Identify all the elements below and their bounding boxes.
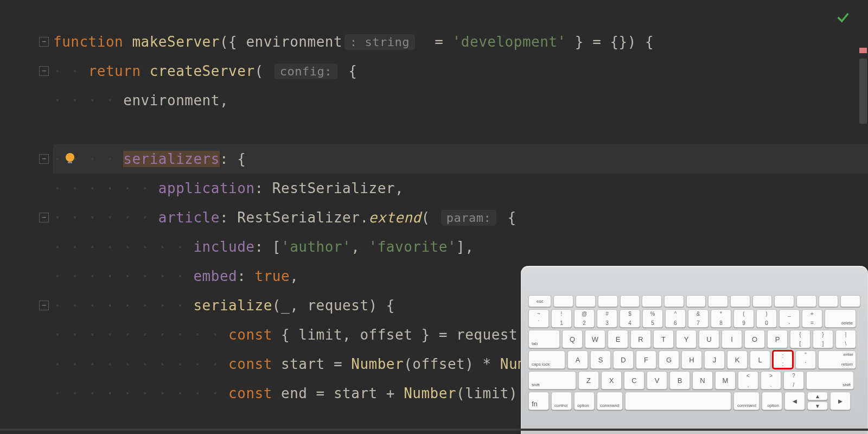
key-'[interactable]: "' bbox=[795, 350, 816, 369]
code-line[interactable]: · · · · · · article: RestSerializer.exte… bbox=[53, 203, 868, 232]
code-token: , bbox=[351, 239, 368, 255]
key-fn[interactable] bbox=[752, 295, 773, 307]
fold-toggle-icon[interactable]: − bbox=[39, 301, 49, 310]
key-fn[interactable] bbox=[620, 295, 640, 307]
key-fn[interactable] bbox=[664, 295, 684, 307]
key-C[interactable]: C bbox=[624, 371, 644, 390]
key-►[interactable]: ► bbox=[830, 392, 851, 410]
key-space[interactable] bbox=[625, 392, 731, 410]
key-D[interactable]: D bbox=[613, 350, 634, 369]
key-O[interactable]: O bbox=[744, 330, 765, 348]
indent-guide: · · · · · · · · bbox=[53, 268, 193, 284]
key-B[interactable]: B bbox=[669, 371, 690, 390]
key-U[interactable]: U bbox=[699, 330, 719, 348]
key-=[interactable]: += bbox=[802, 309, 822, 328]
fold-toggle-icon[interactable]: − bbox=[39, 213, 49, 222]
key-9[interactable]: (9 bbox=[733, 309, 754, 328]
key-,[interactable]: <, bbox=[738, 371, 758, 390]
key-arrow-up[interactable]: ▲ bbox=[807, 392, 828, 400]
key-Y[interactable]: Y bbox=[676, 330, 697, 348]
key-;[interactable]: :; bbox=[773, 350, 793, 369]
key-E[interactable]: E bbox=[608, 330, 628, 348]
key-command[interactable]: command bbox=[733, 392, 760, 410]
key-fn[interactable] bbox=[730, 295, 750, 307]
key-control[interactable]: control bbox=[551, 392, 572, 410]
key-5[interactable]: %5 bbox=[642, 309, 663, 328]
key-4[interactable]: $4 bbox=[620, 309, 640, 328]
key-fn[interactable] bbox=[774, 295, 794, 307]
fold-toggle-icon[interactable]: − bbox=[39, 154, 49, 164]
key-fn[interactable] bbox=[598, 295, 618, 307]
key-tab[interactable]: tab bbox=[528, 330, 560, 348]
key-fn[interactable] bbox=[642, 295, 662, 307]
key-1[interactable]: !1 bbox=[551, 309, 572, 328]
key-esc[interactable]: esc bbox=[528, 295, 551, 307]
key-caps lock[interactable]: caps lock bbox=[528, 350, 565, 369]
key--[interactable]: _- bbox=[779, 309, 800, 328]
key-delete[interactable]: delete bbox=[825, 309, 856, 328]
key-][interactable]: }] bbox=[813, 330, 833, 348]
bottom-divider bbox=[0, 429, 868, 431]
code-line[interactable] bbox=[53, 115, 868, 144]
key-I[interactable]: I bbox=[722, 330, 742, 348]
key-Z[interactable]: Z bbox=[578, 371, 599, 390]
key-fn[interactable] bbox=[576, 295, 596, 307]
key-option[interactable]: option bbox=[762, 392, 782, 410]
key-T[interactable]: T bbox=[653, 330, 674, 348]
indent-guide: · · · · · · · · · · bbox=[53, 327, 228, 343]
intention-bulb-icon[interactable] bbox=[64, 152, 76, 169]
key-Q[interactable]: Q bbox=[562, 330, 583, 348]
key-[[interactable]: {[ bbox=[790, 330, 810, 348]
key-shift[interactable]: shift bbox=[806, 371, 854, 390]
key-fn[interactable] bbox=[819, 295, 839, 307]
key-shift[interactable]: shift bbox=[528, 371, 576, 390]
key-0[interactable]: )0 bbox=[756, 309, 777, 328]
code-line[interactable]: · · · · environment, bbox=[53, 86, 868, 115]
key-7[interactable]: &7 bbox=[688, 309, 709, 328]
key-K[interactable]: K bbox=[727, 350, 748, 369]
key-fn[interactable] bbox=[708, 295, 728, 307]
key-H[interactable]: H bbox=[681, 350, 702, 369]
key-X[interactable]: X bbox=[601, 371, 622, 390]
key-3[interactable]: #3 bbox=[597, 309, 617, 328]
key-L[interactable]: L bbox=[750, 350, 770, 369]
key-command[interactable]: command bbox=[597, 392, 623, 410]
key-R[interactable]: R bbox=[630, 330, 651, 348]
code-line[interactable]: · · · · serializers: { bbox=[53, 144, 868, 174]
fold-toggle-icon[interactable]: − bbox=[39, 37, 49, 47]
key-`[interactable]: ~` bbox=[528, 309, 549, 328]
key-A[interactable]: A bbox=[567, 350, 588, 369]
key-8[interactable]: *8 bbox=[711, 309, 731, 328]
fold-toggle-icon[interactable]: − bbox=[39, 66, 49, 76]
inspection-ok-icon[interactable] bbox=[835, 10, 851, 25]
code-token: 'favorite' bbox=[369, 239, 457, 255]
key-G[interactable]: G bbox=[659, 350, 679, 369]
key-M[interactable]: M bbox=[715, 371, 736, 390]
key-option[interactable]: option bbox=[574, 392, 595, 410]
key-fn[interactable] bbox=[796, 295, 816, 307]
code-line[interactable]: · · · · · · application: RestSerializer, bbox=[53, 174, 868, 203]
key-◄[interactable]: ◄ bbox=[784, 392, 805, 410]
key-2[interactable]: @2 bbox=[574, 309, 595, 328]
key-return[interactable]: enterreturn bbox=[818, 350, 856, 369]
key-/[interactable]: ?/ bbox=[783, 371, 804, 390]
code-line[interactable]: · · · · · · · · include: ['author', 'fav… bbox=[53, 232, 868, 261]
key-P[interactable]: P bbox=[767, 330, 788, 348]
key-W[interactable]: W bbox=[585, 330, 605, 348]
key-fn[interactable] bbox=[553, 295, 573, 307]
code-line[interactable]: function makeServer({ environment: strin… bbox=[53, 27, 868, 56]
key-N[interactable]: N bbox=[692, 371, 713, 390]
code-line[interactable]: · · return createServer( config: { bbox=[53, 56, 868, 86]
key-V[interactable]: V bbox=[647, 371, 667, 390]
key-fn[interactable]: fn bbox=[528, 392, 549, 410]
key-F[interactable]: F bbox=[636, 350, 656, 369]
key-6[interactable]: ^6 bbox=[665, 309, 686, 328]
key-fn[interactable] bbox=[840, 295, 860, 307]
key-\[interactable]: |\ bbox=[835, 330, 856, 348]
key-arrow-down[interactable]: ▼ bbox=[807, 401, 828, 410]
key-.[interactable]: >. bbox=[761, 371, 781, 390]
code-token: include bbox=[193, 239, 254, 255]
key-fn[interactable] bbox=[686, 295, 706, 307]
key-J[interactable]: J bbox=[704, 350, 725, 369]
key-S[interactable]: S bbox=[590, 350, 611, 369]
